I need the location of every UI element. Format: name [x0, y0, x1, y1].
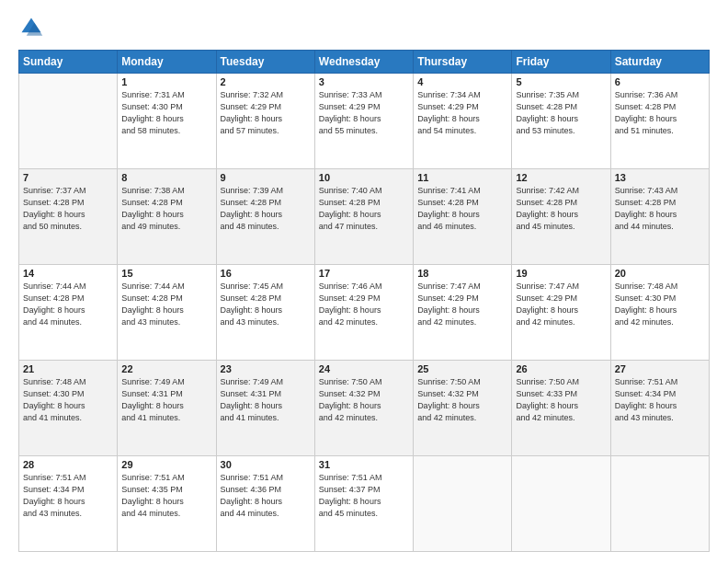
calendar-day-cell: 8Sunrise: 7:38 AM Sunset: 4:28 PM Daylig…	[118, 169, 216, 265]
calendar-day-cell: 27Sunrise: 7:51 AM Sunset: 4:34 PM Dayli…	[610, 361, 709, 456]
calendar-week-row: 21Sunrise: 7:48 AM Sunset: 4:30 PM Dayli…	[19, 361, 710, 456]
calendar-day-cell	[610, 456, 709, 552]
day-info: Sunrise: 7:41 AM Sunset: 4:28 PM Dayligh…	[417, 185, 507, 233]
calendar-day-cell: 4Sunrise: 7:34 AM Sunset: 4:29 PM Daylig…	[414, 74, 512, 169]
calendar-day-cell: 21Sunrise: 7:48 AM Sunset: 4:30 PM Dayli…	[19, 361, 118, 456]
day-number: 26	[516, 363, 606, 374]
day-info: Sunrise: 7:51 AM Sunset: 4:34 PM Dayligh…	[23, 472, 113, 520]
calendar-week-row: 7Sunrise: 7:37 AM Sunset: 4:28 PM Daylig…	[19, 169, 710, 265]
calendar-day-cell	[19, 74, 118, 169]
day-info: Sunrise: 7:45 AM Sunset: 4:28 PM Dayligh…	[221, 281, 311, 328]
calendar-body: 1Sunrise: 7:31 AM Sunset: 4:30 PM Daylig…	[19, 74, 710, 552]
day-info: Sunrise: 7:44 AM Sunset: 4:28 PM Dayligh…	[121, 281, 211, 328]
day-number: 18	[417, 268, 507, 279]
day-number: 25	[417, 363, 507, 374]
day-number: 14	[23, 268, 113, 279]
day-number: 2	[221, 76, 311, 87]
calendar-day-cell: 15Sunrise: 7:44 AM Sunset: 4:28 PM Dayli…	[118, 265, 216, 361]
weekday-header-cell: Monday	[118, 51, 216, 74]
calendar-day-cell: 20Sunrise: 7:48 AM Sunset: 4:30 PM Dayli…	[610, 265, 709, 361]
day-number: 16	[221, 268, 311, 279]
calendar-week-row: 14Sunrise: 7:44 AM Sunset: 4:28 PM Dayli…	[19, 265, 710, 361]
day-info: Sunrise: 7:49 AM Sunset: 4:31 PM Dayligh…	[221, 376, 311, 424]
day-number: 31	[319, 459, 409, 470]
day-number: 1	[121, 76, 211, 87]
day-info: Sunrise: 7:33 AM Sunset: 4:29 PM Dayligh…	[319, 89, 409, 137]
calendar-day-cell: 25Sunrise: 7:50 AM Sunset: 4:32 PM Dayli…	[414, 361, 512, 456]
calendar-day-cell: 23Sunrise: 7:49 AM Sunset: 4:31 PM Dayli…	[216, 361, 314, 456]
calendar-day-cell	[512, 456, 610, 552]
calendar-day-cell: 11Sunrise: 7:41 AM Sunset: 4:28 PM Dayli…	[414, 169, 512, 265]
weekday-header-cell: Sunday	[19, 51, 118, 74]
day-number: 5	[516, 76, 606, 87]
calendar-day-cell: 18Sunrise: 7:47 AM Sunset: 4:29 PM Dayli…	[414, 265, 512, 361]
day-number: 13	[615, 172, 705, 183]
day-info: Sunrise: 7:36 AM Sunset: 4:28 PM Dayligh…	[615, 89, 705, 137]
day-number: 11	[417, 172, 507, 183]
calendar-week-row: 1Sunrise: 7:31 AM Sunset: 4:30 PM Daylig…	[19, 74, 710, 169]
day-number: 12	[516, 172, 606, 183]
calendar-day-cell: 12Sunrise: 7:42 AM Sunset: 4:28 PM Dayli…	[512, 169, 610, 265]
weekday-header-row: SundayMondayTuesdayWednesdayThursdayFrid…	[19, 51, 710, 74]
calendar-day-cell: 1Sunrise: 7:31 AM Sunset: 4:30 PM Daylig…	[118, 74, 216, 169]
weekday-header-cell: Wednesday	[314, 51, 413, 74]
calendar-day-cell: 16Sunrise: 7:45 AM Sunset: 4:28 PM Dayli…	[216, 265, 314, 361]
day-info: Sunrise: 7:40 AM Sunset: 4:28 PM Dayligh…	[319, 185, 409, 233]
weekday-header-cell: Friday	[512, 51, 610, 74]
day-info: Sunrise: 7:50 AM Sunset: 4:33 PM Dayligh…	[516, 376, 606, 424]
day-info: Sunrise: 7:51 AM Sunset: 4:37 PM Dayligh…	[319, 472, 409, 520]
day-info: Sunrise: 7:50 AM Sunset: 4:32 PM Dayligh…	[319, 376, 409, 424]
day-info: Sunrise: 7:49 AM Sunset: 4:31 PM Dayligh…	[121, 376, 211, 424]
calendar-day-cell: 10Sunrise: 7:40 AM Sunset: 4:28 PM Dayli…	[314, 169, 413, 265]
page: SundayMondayTuesdayWednesdayThursdayFrid…	[0, 0, 728, 563]
day-number: 8	[121, 172, 211, 183]
day-info: Sunrise: 7:51 AM Sunset: 4:34 PM Dayligh…	[615, 376, 705, 424]
day-info: Sunrise: 7:39 AM Sunset: 4:28 PM Dayligh…	[221, 185, 311, 233]
day-number: 3	[319, 76, 409, 87]
day-info: Sunrise: 7:32 AM Sunset: 4:29 PM Dayligh…	[221, 89, 311, 137]
day-number: 15	[121, 268, 211, 279]
logo	[18, 15, 48, 40]
calendar-day-cell: 9Sunrise: 7:39 AM Sunset: 4:28 PM Daylig…	[216, 169, 314, 265]
calendar-day-cell	[414, 456, 512, 552]
day-number: 29	[121, 459, 211, 470]
day-number: 20	[615, 268, 705, 279]
day-number: 17	[319, 268, 409, 279]
calendar-day-cell: 26Sunrise: 7:50 AM Sunset: 4:33 PM Dayli…	[512, 361, 610, 456]
day-number: 23	[221, 363, 311, 374]
day-info: Sunrise: 7:37 AM Sunset: 4:28 PM Dayligh…	[23, 185, 113, 233]
day-info: Sunrise: 7:38 AM Sunset: 4:28 PM Dayligh…	[121, 185, 211, 233]
day-number: 21	[23, 363, 113, 374]
day-info: Sunrise: 7:47 AM Sunset: 4:29 PM Dayligh…	[516, 281, 606, 328]
calendar-day-cell: 3Sunrise: 7:33 AM Sunset: 4:29 PM Daylig…	[314, 74, 413, 169]
day-number: 4	[417, 76, 507, 87]
day-number: 24	[319, 363, 409, 374]
day-info: Sunrise: 7:50 AM Sunset: 4:32 PM Dayligh…	[417, 376, 507, 424]
calendar-day-cell: 14Sunrise: 7:44 AM Sunset: 4:28 PM Dayli…	[19, 265, 118, 361]
calendar-day-cell: 31Sunrise: 7:51 AM Sunset: 4:37 PM Dayli…	[314, 456, 413, 552]
calendar-day-cell: 6Sunrise: 7:36 AM Sunset: 4:28 PM Daylig…	[610, 74, 709, 169]
day-info: Sunrise: 7:47 AM Sunset: 4:29 PM Dayligh…	[417, 281, 507, 328]
calendar-day-cell: 24Sunrise: 7:50 AM Sunset: 4:32 PM Dayli…	[314, 361, 413, 456]
day-number: 6	[615, 76, 705, 87]
day-number: 19	[516, 268, 606, 279]
day-number: 10	[319, 172, 409, 183]
weekday-header-cell: Saturday	[610, 51, 709, 74]
calendar-week-row: 28Sunrise: 7:51 AM Sunset: 4:34 PM Dayli…	[19, 456, 710, 552]
weekday-header-cell: Thursday	[414, 51, 512, 74]
day-number: 9	[221, 172, 311, 183]
calendar-day-cell: 29Sunrise: 7:51 AM Sunset: 4:35 PM Dayli…	[118, 456, 216, 552]
day-info: Sunrise: 7:48 AM Sunset: 4:30 PM Dayligh…	[615, 281, 705, 328]
calendar-day-cell: 5Sunrise: 7:35 AM Sunset: 4:28 PM Daylig…	[512, 74, 610, 169]
day-number: 28	[23, 459, 113, 470]
day-info: Sunrise: 7:43 AM Sunset: 4:28 PM Dayligh…	[615, 185, 705, 233]
day-number: 27	[615, 363, 705, 374]
logo-icon	[18, 15, 44, 40]
weekday-header-cell: Tuesday	[216, 51, 314, 74]
day-info: Sunrise: 7:42 AM Sunset: 4:28 PM Dayligh…	[516, 185, 606, 233]
calendar-day-cell: 28Sunrise: 7:51 AM Sunset: 4:34 PM Dayli…	[19, 456, 118, 552]
day-info: Sunrise: 7:51 AM Sunset: 4:36 PM Dayligh…	[221, 472, 311, 520]
day-info: Sunrise: 7:48 AM Sunset: 4:30 PM Dayligh…	[23, 376, 113, 424]
day-info: Sunrise: 7:31 AM Sunset: 4:30 PM Dayligh…	[121, 89, 211, 137]
calendar-day-cell: 30Sunrise: 7:51 AM Sunset: 4:36 PM Dayli…	[216, 456, 314, 552]
